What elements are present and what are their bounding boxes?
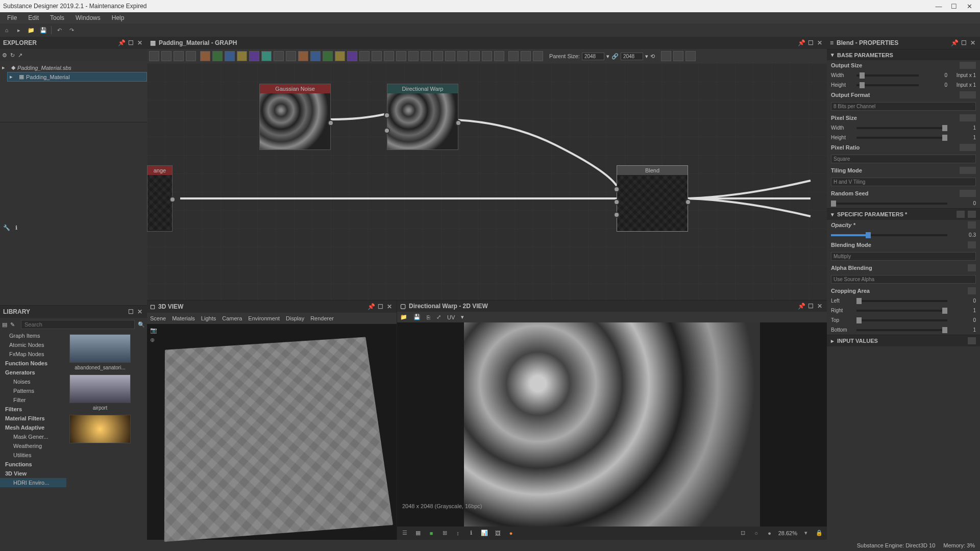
node-type-icon[interactable] [237,51,247,61]
lib-tree-item[interactable]: Material Filters [0,414,66,423]
menu-renderer[interactable]: Renderer [310,315,334,321]
refresh-icon[interactable]: ↻ [10,52,15,59]
menu-help[interactable]: Help [107,13,130,22]
node-type-icon[interactable] [286,51,296,61]
align-icon[interactable] [661,51,671,61]
maximize-button[interactable]: ☐ [946,3,962,10]
pin-icon[interactable]: 📌 [367,303,375,311]
width-slider[interactable] [856,74,919,77]
frame-icon[interactable] [521,51,531,61]
expand-icon[interactable]: ▸ [10,73,17,80]
opacity-slider[interactable] [831,234,947,236]
gizmo-icon[interactable]: ⊕ [150,337,157,343]
input-port[interactable] [384,128,390,134]
pin-icon[interactable]: 📌 [797,39,805,47]
link-icon[interactable]: 🔗 [611,53,619,60]
uv-label[interactable]: UV [447,314,455,320]
lib-tree-item[interactable]: Noises [0,377,66,386]
maximize-panel-icon[interactable]: ☐ [806,39,815,47]
random-seed-slider[interactable] [831,203,947,205]
image-icon[interactable]: 🖼 [493,529,502,538]
lib-tree-item[interactable]: Graph Items [0,331,66,340]
reset-icon[interactable] [968,264,976,271]
close-panel-icon[interactable]: ✕ [385,303,394,311]
node-type-icon[interactable] [274,51,284,61]
lib-tree-item[interactable]: Weathering [0,441,66,450]
lib-tree-item[interactable]: Patterns [0,386,66,395]
histogram-icon[interactable]: 📊 [480,529,489,538]
green-icon[interactable]: ■ [427,529,436,538]
inherit-icon[interactable] [960,167,968,174]
output-port[interactable] [455,120,461,126]
node-type-icon[interactable] [470,51,480,61]
reset-icon[interactable] [968,221,976,229]
node-type-icon[interactable] [482,51,492,61]
copy-icon[interactable] [957,211,965,218]
close-panel-icon[interactable]: ✕ [136,308,144,316]
input-port[interactable] [614,199,620,205]
node-type-icon[interactable] [494,51,504,61]
ps-height-slider[interactable] [856,137,947,139]
lib-tree-item[interactable]: 3D View [0,469,66,478]
maximize-panel-icon[interactable]: ☐ [127,39,135,47]
blending-mode-select[interactable]: Multiply [831,252,976,261]
undo-icon[interactable]: ↶ [55,26,64,35]
menu-materials[interactable]: Materials [172,315,195,321]
new-icon[interactable]: ▸ [14,26,23,35]
save-icon[interactable]: 💾 [39,26,48,35]
node-type-icon[interactable] [445,51,455,61]
node-directional-warp[interactable]: Directional Warp [387,84,458,150]
close-panel-icon[interactable]: ✕ [969,39,977,47]
save-icon[interactable]: 💾 [413,314,421,320]
open-icon[interactable]: 📁 [400,314,407,320]
node-type-icon[interactable] [408,51,419,61]
comment-icon[interactable] [508,51,519,61]
menu-environment[interactable]: Environment [248,315,280,321]
alpha-blending-select[interactable]: Use Source Alpha [831,275,976,284]
view3d-canvas[interactable]: 📷 ⊕ [147,324,397,540]
camera-icon[interactable]: 📷 [150,327,157,334]
menu-display[interactable]: Display [286,315,304,321]
inherit-icon[interactable] [960,62,968,69]
node-blend[interactable]: Blend [617,165,688,232]
actual-icon[interactable]: ● [765,529,774,538]
lib-tree-item[interactable]: Mesh Adaptive [0,423,66,432]
filter-icon[interactable]: ▤ [2,321,7,328]
lib-tree-item[interactable]: Functions [0,460,66,469]
lib-tree-item[interactable]: Atomic Nodes [0,340,66,349]
expand-icon[interactable]: ▸ [2,64,9,71]
reset-icon[interactable] [968,167,976,174]
search-icon[interactable]: 🔍 [138,321,145,328]
output-port[interactable] [685,199,691,205]
node-type-icon[interactable] [212,51,223,61]
ps-width-slider[interactable] [856,127,947,129]
menu-file[interactable]: File [2,13,22,22]
actual-icon[interactable]: ○ [752,529,761,538]
thumb-item[interactable] [69,415,131,443]
node-type-icon[interactable] [396,51,406,61]
pin-icon[interactable]: 📌 [117,39,126,47]
node-type-icon[interactable] [347,51,357,61]
lib-tree-item[interactable]: Filters [0,405,66,414]
tiling-mode-select[interactable]: H and V Tiling [831,178,976,186]
search-input[interactable] [21,320,135,329]
inherit-icon[interactable] [960,190,968,197]
crop-bottom-slider[interactable] [856,329,947,331]
inherit-icon[interactable] [960,114,968,121]
node-type-icon[interactable] [359,51,370,61]
thumb-item[interactable]: airport [69,374,131,411]
maximize-panel-icon[interactable]: ☐ [806,302,815,310]
reset-icon[interactable] [968,114,976,121]
grid-icon[interactable]: ⊞ [440,529,449,538]
export-icon[interactable]: ↗ [18,52,22,59]
close-button[interactable]: ✕ [962,3,977,10]
output-port[interactable] [169,196,176,203]
crop-top-slider[interactable] [856,319,947,321]
fit-icon[interactable]: ⊡ [739,529,748,538]
parent-height-input[interactable] [621,53,643,60]
lib-tree-item[interactable]: Generators [0,368,66,377]
color-icon[interactable]: ● [506,529,516,538]
node-partial[interactable]: ange [147,165,173,232]
select-icon[interactable] [149,51,159,61]
reset-icon[interactable]: ⟲ [650,53,655,60]
